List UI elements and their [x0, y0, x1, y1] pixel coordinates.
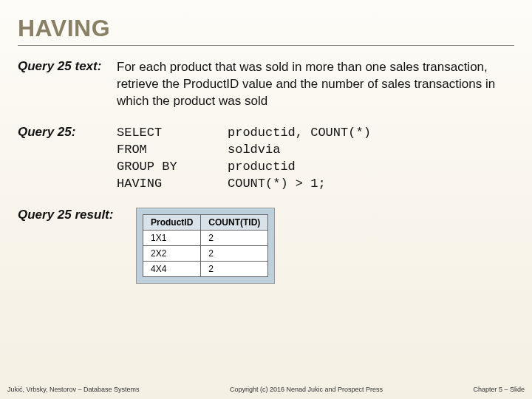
cell-productid: 1X1 [143, 230, 201, 245]
table-row: 1X1 2 [143, 230, 268, 245]
cell-count: 2 [201, 230, 268, 245]
footer-center: Copyright (c) 2016 Nenad Jukic and Prosp… [230, 386, 383, 393]
cell-count: 2 [201, 245, 268, 261]
page-title: HAVING [18, 15, 514, 46]
query-text-body: For each product that was sold in more t… [117, 59, 514, 110]
sql-keyword-select: SELECT [117, 125, 228, 142]
footer-left: Jukić, Vrbsky, Nestorov – Database Syste… [7, 386, 140, 393]
query-text-label: Query 25 text: [18, 59, 117, 74]
sql-block: SELECT FROM GROUP BY HAVING productid, C… [117, 125, 371, 193]
query-text-row: Query 25 text: For each product that was… [18, 59, 514, 110]
sql-keyword-having: HAVING [117, 176, 228, 193]
footer: Jukić, Vrbsky, Nestorov – Database Syste… [0, 386, 532, 393]
table-row: 2X2 2 [143, 245, 268, 261]
query-sql-label: Query 25: [18, 125, 117, 140]
sql-arg-from: soldvia [228, 142, 371, 159]
query-result-label: Query 25 result: [18, 208, 136, 222]
th-productid: ProductID [143, 214, 201, 230]
sql-arg-groupby: productid [228, 159, 371, 176]
table-row: 4X4 2 [143, 261, 268, 276]
slide: HAVING Query 25 text: For each product t… [0, 0, 532, 284]
sql-keyword-groupby: GROUP BY [117, 159, 228, 176]
cell-productid: 2X2 [143, 245, 201, 261]
sql-keyword-from: FROM [117, 142, 228, 159]
result-table-wrap: ProductID COUNT(TID) 1X1 2 2X2 2 4X4 2 [136, 208, 275, 284]
th-count: COUNT(TID) [201, 214, 268, 230]
cell-count: 2 [201, 261, 268, 276]
sql-arg-having: COUNT(*) > 1; [228, 176, 371, 193]
query-sql-row: Query 25: SELECT FROM GROUP BY HAVING pr… [18, 125, 514, 193]
table-header-row: ProductID COUNT(TID) [143, 214, 268, 230]
cell-productid: 4X4 [143, 261, 201, 276]
query-result-row: Query 25 result: ProductID COUNT(TID) 1X… [18, 208, 514, 284]
sql-args-col: productid, COUNT(*) soldvia productid CO… [228, 125, 371, 193]
footer-right: Chapter 5 – Slide [473, 386, 525, 393]
sql-arg-select: productid, COUNT(*) [228, 125, 371, 142]
result-table: ProductID COUNT(TID) 1X1 2 2X2 2 4X4 2 [143, 214, 268, 277]
sql-keywords-col: SELECT FROM GROUP BY HAVING [117, 125, 228, 193]
